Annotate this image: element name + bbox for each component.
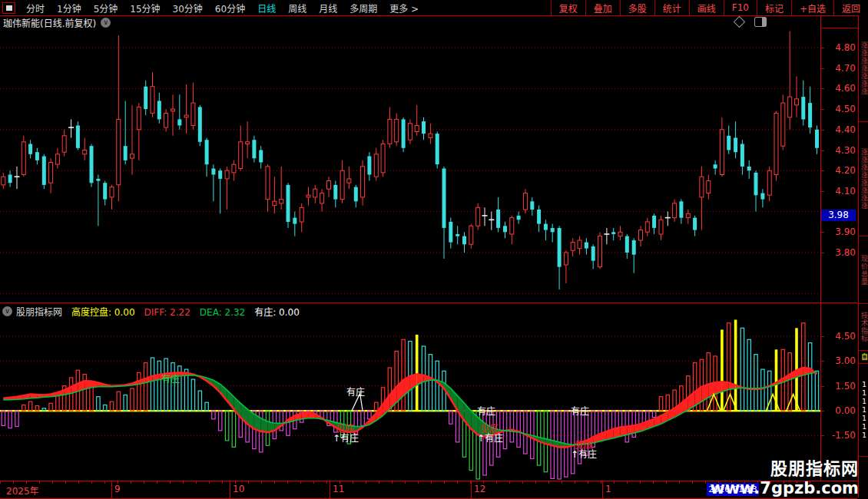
button-复权[interactable]: 复权 bbox=[551, 0, 585, 15]
tab-分时[interactable]: 分时 bbox=[20, 2, 51, 15]
month-separator bbox=[471, 481, 472, 498]
button-标记[interactable]: 标记 bbox=[757, 0, 791, 15]
title-bar: 珈伟新能(日线.前复权) ∨ bbox=[0, 16, 820, 28]
signal-label: ↑有庄 bbox=[571, 447, 597, 460]
indicator-axis-label: 3.00 bbox=[822, 355, 856, 366]
signal-label: 有庄 bbox=[571, 404, 589, 417]
period-tabs: 分时1分钟5分钟15分钟30分钟60分钟日线周线月线多周期更多 > bbox=[0, 0, 425, 15]
month-label: 11 bbox=[333, 484, 344, 494]
indicator-field-高度控盘: 高度控盘: 0.00 bbox=[71, 307, 135, 318]
month-label: 12 bbox=[474, 484, 485, 494]
watermark-url: www.7gpzb.com bbox=[710, 479, 859, 497]
strip-section[interactable]: 自 bbox=[859, 351, 868, 364]
indicator-chart[interactable] bbox=[0, 319, 820, 480]
month-separator bbox=[602, 481, 603, 498]
signal-label: ↑有庄 bbox=[477, 431, 503, 444]
collapse-icon[interactable]: ∨ bbox=[2, 306, 12, 316]
indicator-field-DEA: DEA: 2.32 bbox=[200, 307, 245, 318]
price-label: 4.60 bbox=[822, 83, 856, 94]
split-panel-icon[interactable] bbox=[754, 17, 767, 27]
price-label: 4.70 bbox=[822, 63, 856, 74]
signal-label: 有庄 bbox=[346, 385, 365, 398]
indicator-axis-label: 4.50 bbox=[822, 331, 856, 342]
strip-section[interactable]: 现价总量 bbox=[859, 236, 868, 304]
button-画线[interactable]: 画线 bbox=[689, 0, 724, 15]
signal-label: ↑有庄 bbox=[333, 431, 359, 444]
month-label: 10 bbox=[233, 484, 244, 494]
tab-周线[interactable]: 周线 bbox=[282, 2, 313, 15]
price-label: 4.20 bbox=[822, 165, 856, 176]
tab-月线[interactable]: 月线 bbox=[313, 2, 343, 15]
top-toolbar: 分时1分钟5分钟15分钟30分钟60分钟日线周线月线多周期更多 > 复权叠加多股… bbox=[0, 0, 868, 16]
month-label: 9 bbox=[114, 484, 121, 494]
price-label: 4.30 bbox=[822, 145, 856, 156]
watermark: 股朋指标网 www.7gpzb.com bbox=[710, 454, 859, 497]
diamond-icon[interactable] bbox=[734, 16, 746, 28]
strip-section[interactable]: 技术指标 bbox=[859, 304, 868, 351]
price-label: 4.50 bbox=[822, 104, 856, 114]
current-price-tag: 3.98 bbox=[821, 210, 856, 221]
button-叠加[interactable]: 叠加 bbox=[585, 0, 620, 15]
time-ticks bbox=[0, 481, 820, 484]
button-F10[interactable]: F10 bbox=[724, 0, 757, 15]
tab-5分钟[interactable]: 5分钟 bbox=[88, 2, 124, 15]
indicator-field-DIFF: DIFF: 2.22 bbox=[144, 307, 190, 318]
button-统计[interactable]: 统计 bbox=[654, 0, 689, 15]
price-label: 4.10 bbox=[822, 186, 856, 197]
tab-更多 >[interactable]: 更多 > bbox=[383, 2, 425, 15]
button-返回[interactable]: 返回 bbox=[833, 0, 868, 15]
tab-60分钟[interactable]: 60分钟 bbox=[209, 2, 251, 15]
strip-section[interactable]: 1111111 bbox=[859, 364, 868, 457]
button-多股[interactable]: 多股 bbox=[620, 0, 654, 15]
month-separator bbox=[330, 481, 330, 498]
month-separator bbox=[111, 481, 112, 498]
tab-日线[interactable]: 日线 bbox=[251, 2, 282, 15]
right-edge-strip[interactable]: 涨涨涨涨涨涨涨涨涨涨涨涨涨涨涨现价总量技术指标自1111111 bbox=[858, 15, 868, 497]
action-buttons: 复权叠加多股统计画线F10标记+自选返回 bbox=[551, 0, 868, 15]
tab-多周期[interactable]: 多周期 bbox=[343, 2, 383, 15]
month-separator bbox=[230, 481, 230, 498]
signal-label: 有庄 bbox=[477, 404, 495, 417]
stock-title: 珈伟新能(日线.前复权) bbox=[3, 16, 96, 29]
strip-section[interactable]: 涨涨涨涨涨涨涨 bbox=[859, 15, 868, 122]
year-label: 2025年 bbox=[6, 484, 39, 497]
tab-30分钟[interactable]: 30分钟 bbox=[167, 2, 209, 15]
axis-divider bbox=[820, 15, 821, 481]
indicator-source: 股朋指标网 bbox=[16, 305, 62, 318]
strip-section[interactable] bbox=[859, 457, 868, 499]
tab-1分钟[interactable]: 1分钟 bbox=[51, 2, 88, 15]
watermark-site-name: 股朋指标网 bbox=[710, 454, 859, 479]
tab-15分钟[interactable]: 15分钟 bbox=[124, 2, 166, 15]
indicator-axis-label: 0.00 bbox=[822, 405, 856, 416]
app-window: 分时1分钟5分钟15分钟30分钟60分钟日线周线月线多周期更多 > 复权叠加多股… bbox=[0, 0, 868, 499]
chevron-down-icon[interactable]: ∨ bbox=[101, 18, 111, 28]
candlestick-chart[interactable] bbox=[0, 28, 820, 302]
signal-label: 有庄 bbox=[161, 372, 180, 385]
indicator-values: 高度控盘: 0.00DIFF: 2.22DEA: 2.32有庄: 0.00 bbox=[62, 305, 300, 318]
price-label: 3.80 bbox=[822, 247, 856, 258]
price-label: 4.80 bbox=[822, 42, 856, 53]
month-label: 1 bbox=[605, 484, 611, 494]
indicator-header: ∨ 股朋指标网 高度控盘: 0.00DIFF: 2.22DEA: 2.32有庄:… bbox=[0, 302, 857, 319]
strip-section[interactable]: 涨涨涨涨涨涨涨涨 bbox=[859, 122, 868, 236]
indicator-axis-label: -1.50 bbox=[822, 430, 856, 441]
indicator-field-有庄: 有庄: 0.00 bbox=[254, 307, 300, 318]
price-label: 3.90 bbox=[822, 226, 856, 237]
indicator-axis-label: 1.50 bbox=[822, 381, 856, 392]
window-icon[interactable] bbox=[2, 2, 15, 14]
button-+自选[interactable]: +自选 bbox=[791, 0, 833, 15]
price-label: 4.40 bbox=[822, 124, 856, 135]
